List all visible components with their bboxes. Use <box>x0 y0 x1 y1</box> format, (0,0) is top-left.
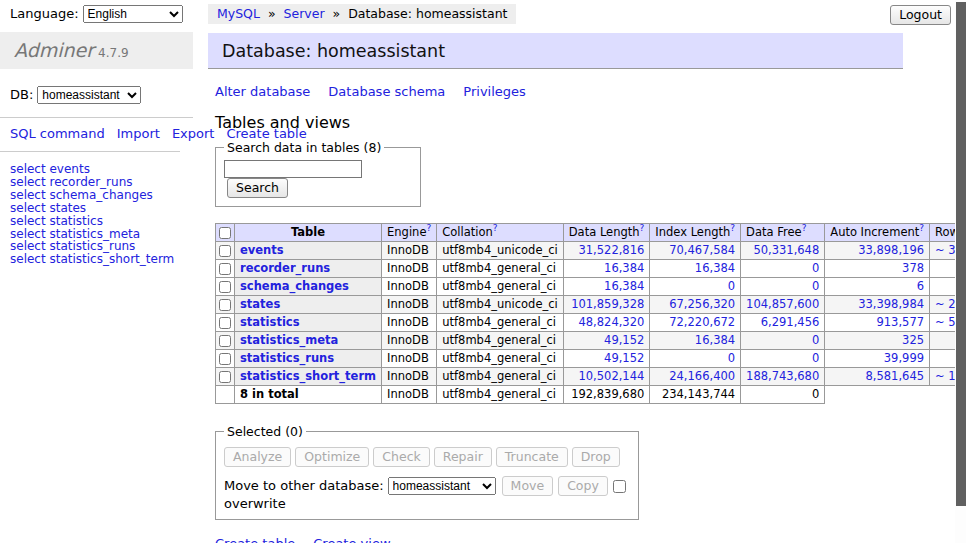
sidebar-table-link[interactable]: select events <box>10 163 183 176</box>
breadcrumb-link[interactable]: Server <box>284 6 325 21</box>
table-name-link[interactable]: statistics <box>240 315 300 329</box>
data-free-cell-link[interactable]: 0 <box>812 261 819 275</box>
check-button[interactable]: Check <box>373 447 429 467</box>
action-link[interactable]: Privileges <box>463 84 526 99</box>
data-free-cell-link[interactable]: 188,743,680 <box>746 369 819 383</box>
column-help-link[interactable]: ? <box>493 223 498 233</box>
analyze-button[interactable]: Analyze <box>224 447 291 467</box>
data-length-cell-link[interactable]: 49,152 <box>604 351 644 365</box>
engine-cell: InnoDB <box>382 296 437 314</box>
index-length-cell-link[interactable]: 67,256,320 <box>669 297 735 311</box>
select-all-checkbox[interactable] <box>219 227 231 239</box>
data-length-cell-link[interactable]: 16,384 <box>604 261 644 275</box>
table-name-link[interactable]: statistics_short_term <box>240 369 376 383</box>
breadcrumb: MySQL » Server » Database: homeassistant <box>208 4 516 24</box>
sidebar-table-link[interactable]: select statistics <box>10 215 183 228</box>
index-length-cell-link[interactable]: 72,220,672 <box>669 315 735 329</box>
create-link[interactable]: Create view <box>313 536 390 543</box>
scrollbar[interactable] <box>955 0 966 543</box>
data-length-cell-link[interactable]: 31,522,816 <box>578 243 644 257</box>
column-help-link[interactable]: ? <box>640 223 645 233</box>
auto-increment-cell-link[interactable]: 378 <box>902 261 924 275</box>
optimize-button[interactable]: Optimize <box>295 447 369 467</box>
auto-increment-cell-link[interactable]: 33,898,196 <box>858 243 924 257</box>
breadcrumb-link[interactable]: MySQL <box>217 6 260 21</box>
sidebar-table-link[interactable]: select schema_changes <box>10 189 183 202</box>
data-free-cell-link[interactable]: 0 <box>812 351 819 365</box>
create-link[interactable]: Create table <box>215 536 295 543</box>
action-link[interactable]: Database schema <box>328 84 445 99</box>
auto-increment-cell-link[interactable]: 325 <box>902 333 924 347</box>
column-help-link[interactable]: ? <box>730 223 735 233</box>
data-length-cell-link[interactable]: 101,859,328 <box>571 297 644 311</box>
data-length-cell-link[interactable]: 10,502,144 <box>578 369 644 383</box>
data-length-cell-link[interactable]: 16,384 <box>604 279 644 293</box>
sidebar-table-link[interactable]: select recorder_runs <box>10 176 183 189</box>
repair-button[interactable]: Repair <box>434 447 492 467</box>
sidebar-table-link[interactable]: select statistics_short_term <box>10 253 183 266</box>
row-checkbox[interactable] <box>219 335 231 347</box>
data-free-cell-link[interactable]: 50,331,648 <box>753 243 819 257</box>
adminer-brand[interactable]: Adminer <box>14 39 94 61</box>
auto-increment-cell-link[interactable]: 913,577 <box>876 315 924 329</box>
auto-increment-cell-link[interactable]: 8,581,645 <box>866 369 925 383</box>
scrollbar-thumb[interactable] <box>956 2 966 506</box>
drop-button[interactable]: Drop <box>572 447 620 467</box>
column-help-link[interactable]: ? <box>802 223 807 233</box>
sidebar-link[interactable]: Export <box>172 126 215 141</box>
data-free-cell-link[interactable]: 0 <box>812 279 819 293</box>
row-checkbox[interactable] <box>219 353 231 365</box>
table-name-link[interactable]: events <box>240 243 284 257</box>
index-length-cell-link[interactable]: 24,166,400 <box>669 369 735 383</box>
app-title: Adminer4.7.9 <box>0 32 193 69</box>
sidebar-link[interactable]: Import <box>117 126 160 141</box>
row-checkbox[interactable] <box>219 245 231 257</box>
db-select[interactable]: homeassistant <box>37 86 141 104</box>
action-link[interactable]: Alter database <box>215 84 310 99</box>
column-header: Index Length? <box>650 224 741 242</box>
table-name-cell: statistics_meta <box>235 332 382 350</box>
table-name-link[interactable]: statistics_meta <box>240 333 338 347</box>
sidebar-link[interactable]: SQL command <box>10 126 105 141</box>
search-button[interactable]: Search <box>227 178 288 198</box>
index-length-cell-link[interactable]: 0 <box>728 351 735 365</box>
index-length-cell-link[interactable]: 70,467,584 <box>669 243 735 257</box>
truncate-button[interactable]: Truncate <box>496 447 568 467</box>
row-checkbox[interactable] <box>219 263 231 275</box>
table-name-link[interactable]: states <box>240 297 280 311</box>
data-free-cell-link[interactable]: 104,857,600 <box>746 297 819 311</box>
data-free-cell-link[interactable]: 6,291,456 <box>761 315 820 329</box>
column-help-link[interactable]: ? <box>919 223 924 233</box>
auto-increment-cell-link[interactable]: 39,999 <box>884 351 924 365</box>
logout-button[interactable]: Logout <box>890 5 951 25</box>
data-length-cell: 49,152 <box>563 350 650 368</box>
row-checkbox[interactable] <box>219 281 231 293</box>
overwrite-checkbox[interactable] <box>613 480 626 493</box>
table-name-link[interactable]: schema_changes <box>240 279 349 293</box>
language-select[interactable]: English <box>83 5 183 23</box>
move-db-select[interactable]: homeassistant <box>388 477 496 495</box>
table-name-link[interactable]: recorder_runs <box>240 261 330 275</box>
data-length-cell-link[interactable]: 48,824,320 <box>578 315 644 329</box>
table-name-cell: statistics_runs <box>235 350 382 368</box>
table-name-cell: schema_changes <box>235 278 382 296</box>
row-checkbox[interactable] <box>219 299 231 311</box>
data-length-cell-link[interactable]: 49,152 <box>604 333 644 347</box>
engine-cell: InnoDB <box>382 368 437 386</box>
auto-increment-cell-link[interactable]: 6 <box>917 279 924 293</box>
index-length-cell-link[interactable]: 16,384 <box>695 261 735 275</box>
engine-cell: InnoDB <box>382 242 437 260</box>
index-length-cell-link[interactable]: 0 <box>728 279 735 293</box>
move-button[interactable]: Move <box>502 476 554 496</box>
auto-increment-cell-link[interactable]: 33,398,984 <box>858 297 924 311</box>
index-length-cell-link[interactable]: 16,384 <box>695 333 735 347</box>
table-name-cell: states <box>235 296 382 314</box>
row-checkbox[interactable] <box>219 317 231 329</box>
table-name-link[interactable]: statistics_runs <box>240 351 334 365</box>
copy-button[interactable]: Copy <box>558 476 608 496</box>
column-help-link[interactable]: ? <box>426 223 431 233</box>
row-checkbox[interactable] <box>219 371 231 383</box>
search-input[interactable] <box>224 160 362 178</box>
sidebar-table-link[interactable]: select states <box>10 202 183 215</box>
data-free-cell-link[interactable]: 0 <box>812 333 819 347</box>
